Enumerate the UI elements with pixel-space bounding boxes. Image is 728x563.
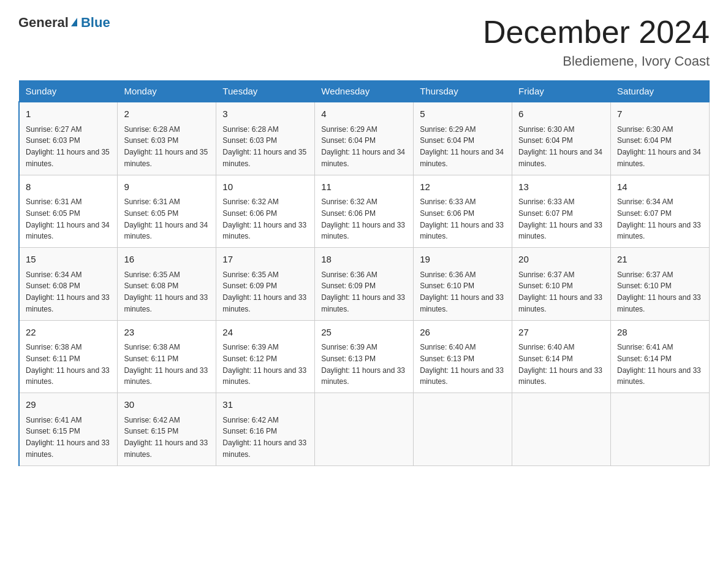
calendar-day-cell: 3 Sunrise: 6:28 AMSunset: 6:03 PMDayligh… bbox=[216, 102, 315, 175]
calendar-day-cell: 16 Sunrise: 6:35 AMSunset: 6:08 PMDaylig… bbox=[118, 248, 216, 321]
day-info: Sunrise: 6:37 AMSunset: 6:10 PMDaylight:… bbox=[617, 270, 701, 313]
day-info: Sunrise: 6:30 AMSunset: 6:04 PMDaylight:… bbox=[518, 125, 602, 168]
day-number: 11 bbox=[321, 180, 407, 194]
calendar-day-cell: 31 Sunrise: 6:42 AMSunset: 6:16 PMDaylig… bbox=[216, 393, 315, 466]
day-info: Sunrise: 6:41 AMSunset: 6:15 PMDaylight:… bbox=[26, 416, 110, 459]
day-number: 17 bbox=[222, 253, 308, 267]
month-title: December 2024 bbox=[483, 15, 710, 50]
day-number: 6 bbox=[518, 107, 604, 121]
day-info: Sunrise: 6:32 AMSunset: 6:06 PMDaylight:… bbox=[321, 197, 405, 240]
day-info: Sunrise: 6:42 AMSunset: 6:15 PMDaylight:… bbox=[124, 416, 208, 459]
day-info: Sunrise: 6:28 AMSunset: 6:03 PMDaylight:… bbox=[222, 125, 306, 168]
days-of-week-row: SundayMondayTuesdayWednesdayThursdayFrid… bbox=[19, 81, 710, 102]
title-area: December 2024 Blediemene, Ivory Coast bbox=[483, 15, 710, 69]
calendar-day-cell: 13 Sunrise: 6:33 AMSunset: 6:07 PMDaylig… bbox=[512, 175, 611, 248]
calendar-day-cell: 10 Sunrise: 6:32 AMSunset: 6:06 PMDaylig… bbox=[216, 175, 315, 248]
day-number: 15 bbox=[26, 253, 111, 267]
logo-blue: Blue bbox=[81, 15, 110, 31]
day-info: Sunrise: 6:42 AMSunset: 6:16 PMDaylight:… bbox=[222, 416, 306, 459]
day-of-week-header: Monday bbox=[118, 81, 216, 102]
day-number: 13 bbox=[518, 180, 604, 194]
day-info: Sunrise: 6:29 AMSunset: 6:04 PMDaylight:… bbox=[420, 125, 504, 168]
day-info: Sunrise: 6:38 AMSunset: 6:11 PMDaylight:… bbox=[124, 343, 208, 386]
day-info: Sunrise: 6:36 AMSunset: 6:09 PMDaylight:… bbox=[321, 270, 405, 313]
day-info: Sunrise: 6:33 AMSunset: 6:07 PMDaylight:… bbox=[518, 197, 602, 240]
calendar-day-cell: 28 Sunrise: 6:41 AMSunset: 6:14 PMDaylig… bbox=[611, 320, 710, 393]
day-number: 3 bbox=[222, 107, 308, 121]
day-number: 18 bbox=[321, 253, 407, 267]
day-info: Sunrise: 6:40 AMSunset: 6:13 PMDaylight:… bbox=[420, 343, 504, 386]
calendar-day-cell: 30 Sunrise: 6:42 AMSunset: 6:15 PMDaylig… bbox=[118, 393, 216, 466]
calendar-day-cell: 26 Sunrise: 6:40 AMSunset: 6:13 PMDaylig… bbox=[414, 320, 512, 393]
calendar-day-cell: 27 Sunrise: 6:40 AMSunset: 6:14 PMDaylig… bbox=[512, 320, 611, 393]
day-number: 23 bbox=[124, 326, 210, 340]
calendar-day-cell: 18 Sunrise: 6:36 AMSunset: 6:09 PMDaylig… bbox=[315, 248, 414, 321]
day-info: Sunrise: 6:29 AMSunset: 6:04 PMDaylight:… bbox=[321, 125, 405, 168]
calendar-week-row: 29 Sunrise: 6:41 AMSunset: 6:15 PMDaylig… bbox=[19, 393, 710, 466]
logo: General Blue bbox=[18, 15, 110, 31]
day-number: 28 bbox=[617, 326, 703, 340]
calendar-table: SundayMondayTuesdayWednesdayThursdayFrid… bbox=[18, 80, 710, 466]
calendar-day-cell: 6 Sunrise: 6:30 AMSunset: 6:04 PMDayligh… bbox=[512, 102, 611, 175]
day-number: 2 bbox=[124, 107, 210, 121]
calendar-day-cell: 21 Sunrise: 6:37 AMSunset: 6:10 PMDaylig… bbox=[611, 248, 710, 321]
day-info: Sunrise: 6:35 AMSunset: 6:09 PMDaylight:… bbox=[222, 270, 306, 313]
calendar-day-cell bbox=[512, 393, 611, 466]
day-number: 12 bbox=[420, 180, 506, 194]
calendar-day-cell: 8 Sunrise: 6:31 AMSunset: 6:05 PMDayligh… bbox=[19, 175, 118, 248]
day-info: Sunrise: 6:31 AMSunset: 6:05 PMDaylight:… bbox=[124, 197, 208, 240]
calendar-body: 1 Sunrise: 6:27 AMSunset: 6:03 PMDayligh… bbox=[19, 102, 710, 465]
calendar-day-cell: 20 Sunrise: 6:37 AMSunset: 6:10 PMDaylig… bbox=[512, 248, 611, 321]
day-number: 14 bbox=[617, 180, 703, 194]
calendar-day-cell bbox=[611, 393, 710, 466]
day-info: Sunrise: 6:34 AMSunset: 6:07 PMDaylight:… bbox=[617, 197, 701, 240]
day-number: 27 bbox=[518, 326, 604, 340]
day-info: Sunrise: 6:27 AMSunset: 6:03 PMDaylight:… bbox=[26, 125, 110, 168]
day-info: Sunrise: 6:33 AMSunset: 6:06 PMDaylight:… bbox=[420, 197, 504, 240]
calendar-week-row: 8 Sunrise: 6:31 AMSunset: 6:05 PMDayligh… bbox=[19, 175, 710, 248]
day-number: 5 bbox=[420, 107, 506, 121]
day-info: Sunrise: 6:39 AMSunset: 6:12 PMDaylight:… bbox=[222, 343, 306, 386]
location-title: Blediemene, Ivory Coast bbox=[483, 53, 710, 69]
day-info: Sunrise: 6:41 AMSunset: 6:14 PMDaylight:… bbox=[617, 343, 701, 386]
day-info: Sunrise: 6:34 AMSunset: 6:08 PMDaylight:… bbox=[26, 270, 110, 313]
day-of-week-header: Thursday bbox=[414, 81, 512, 102]
day-info: Sunrise: 6:31 AMSunset: 6:05 PMDaylight:… bbox=[26, 197, 110, 240]
logo-text: General Blue bbox=[18, 15, 110, 31]
day-of-week-header: Saturday bbox=[611, 81, 710, 102]
day-number: 31 bbox=[222, 398, 308, 412]
calendar-day-cell: 19 Sunrise: 6:36 AMSunset: 6:10 PMDaylig… bbox=[414, 248, 512, 321]
day-of-week-header: Sunday bbox=[19, 81, 118, 102]
day-of-week-header: Friday bbox=[512, 81, 611, 102]
day-info: Sunrise: 6:32 AMSunset: 6:06 PMDaylight:… bbox=[222, 197, 306, 240]
day-number: 26 bbox=[420, 326, 506, 340]
calendar-day-cell: 14 Sunrise: 6:34 AMSunset: 6:07 PMDaylig… bbox=[611, 175, 710, 248]
calendar-day-cell: 29 Sunrise: 6:41 AMSunset: 6:15 PMDaylig… bbox=[19, 393, 118, 466]
calendar-day-cell: 24 Sunrise: 6:39 AMSunset: 6:12 PMDaylig… bbox=[216, 320, 315, 393]
page-header: General Blue December 2024 Blediemene, I… bbox=[18, 15, 710, 69]
day-number: 1 bbox=[26, 107, 111, 121]
calendar-day-cell bbox=[315, 393, 414, 466]
calendar-week-row: 15 Sunrise: 6:34 AMSunset: 6:08 PMDaylig… bbox=[19, 248, 710, 321]
calendar-day-cell: 4 Sunrise: 6:29 AMSunset: 6:04 PMDayligh… bbox=[315, 102, 414, 175]
calendar-day-cell: 11 Sunrise: 6:32 AMSunset: 6:06 PMDaylig… bbox=[315, 175, 414, 248]
calendar-day-cell: 23 Sunrise: 6:38 AMSunset: 6:11 PMDaylig… bbox=[118, 320, 216, 393]
day-info: Sunrise: 6:38 AMSunset: 6:11 PMDaylight:… bbox=[26, 343, 110, 386]
calendar-day-cell: 25 Sunrise: 6:39 AMSunset: 6:13 PMDaylig… bbox=[315, 320, 414, 393]
day-number: 21 bbox=[617, 253, 703, 267]
calendar-day-cell: 12 Sunrise: 6:33 AMSunset: 6:06 PMDaylig… bbox=[414, 175, 512, 248]
calendar-day-cell: 2 Sunrise: 6:28 AMSunset: 6:03 PMDayligh… bbox=[118, 102, 216, 175]
calendar-day-cell: 15 Sunrise: 6:34 AMSunset: 6:08 PMDaylig… bbox=[19, 248, 118, 321]
day-number: 10 bbox=[222, 180, 308, 194]
calendar-day-cell bbox=[414, 393, 512, 466]
logo-triangle-icon bbox=[71, 18, 77, 26]
day-number: 19 bbox=[420, 253, 506, 267]
day-info: Sunrise: 6:37 AMSunset: 6:10 PMDaylight:… bbox=[518, 270, 602, 313]
day-of-week-header: Tuesday bbox=[216, 81, 315, 102]
calendar-day-cell: 7 Sunrise: 6:30 AMSunset: 6:04 PMDayligh… bbox=[611, 102, 710, 175]
logo-general: General bbox=[18, 15, 69, 31]
day-number: 22 bbox=[26, 326, 111, 340]
day-info: Sunrise: 6:40 AMSunset: 6:14 PMDaylight:… bbox=[518, 343, 602, 386]
calendar-day-cell: 9 Sunrise: 6:31 AMSunset: 6:05 PMDayligh… bbox=[118, 175, 216, 248]
day-number: 29 bbox=[26, 398, 111, 412]
